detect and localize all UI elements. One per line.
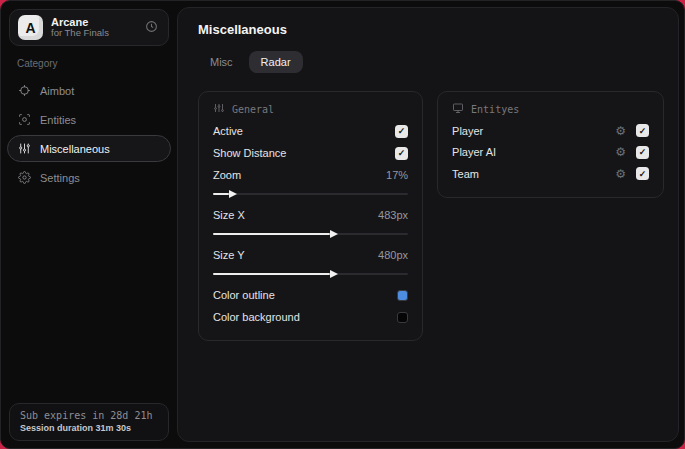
player-checkbox[interactable] bbox=[636, 124, 649, 137]
sidebar-item-entities[interactable]: Entities bbox=[7, 106, 171, 133]
gear-icon bbox=[18, 171, 31, 184]
tab-bar: Misc Radar bbox=[198, 51, 664, 73]
slider-thumb[interactable] bbox=[330, 270, 338, 278]
panel-entities: Entityes Player ⚙ Player AI ⚙ bbox=[437, 91, 664, 198]
app-window: A Arcane for The Finals Category Aimbot bbox=[0, 0, 685, 449]
sidebar-item-miscellaneous[interactable]: Miscellaneous bbox=[7, 135, 171, 162]
crosshair-icon bbox=[18, 84, 31, 97]
sub-expires-text: Sub expires in 28d 21h bbox=[20, 410, 158, 421]
brand-logo: A bbox=[18, 15, 43, 40]
color-row-outline: Color outline bbox=[213, 284, 408, 306]
sliders-icon bbox=[18, 142, 31, 155]
slider-thumb[interactable] bbox=[330, 230, 338, 238]
category-label: Category bbox=[17, 58, 177, 69]
slider-size-y: Size Y 480px bbox=[213, 244, 408, 275]
size-x-value: 483px bbox=[378, 209, 408, 221]
scan-icon bbox=[18, 113, 31, 126]
player-ai-checkbox[interactable] bbox=[636, 146, 649, 159]
entity-row-player-ai: Player AI ⚙ bbox=[452, 142, 649, 164]
size-y-value: 480px bbox=[378, 249, 408, 261]
zoom-value: 17% bbox=[386, 169, 408, 181]
zoom-slider[interactable] bbox=[213, 193, 408, 195]
sliders-small-icon bbox=[213, 102, 225, 116]
toggle-row-show-distance: Show Distance bbox=[213, 142, 408, 164]
active-checkbox[interactable] bbox=[395, 125, 408, 138]
sidebar-item-aimbot[interactable]: Aimbot bbox=[7, 77, 171, 104]
color-row-background: Color background bbox=[213, 306, 408, 328]
page-title: Miscellaneous bbox=[198, 22, 664, 37]
refresh-icon[interactable] bbox=[145, 20, 160, 36]
size-y-slider[interactable] bbox=[213, 273, 408, 275]
entity-settings-gear-icon[interactable]: ⚙ bbox=[615, 125, 626, 137]
sidebar-item-settings[interactable]: Settings bbox=[7, 164, 171, 191]
session-duration-text: Session duration 31m 30s bbox=[20, 423, 158, 433]
entity-settings-gear-icon[interactable]: ⚙ bbox=[615, 168, 626, 180]
color-background-swatch[interactable] bbox=[397, 312, 408, 323]
brand-card: A Arcane for The Finals bbox=[9, 9, 169, 46]
slider-zoom: Zoom 17% bbox=[213, 164, 408, 195]
panel-title: Entityes bbox=[471, 104, 519, 115]
color-outline-swatch[interactable] bbox=[397, 290, 408, 301]
sidebar-item-label: Miscellaneous bbox=[40, 143, 110, 155]
size-x-slider[interactable] bbox=[213, 233, 408, 235]
sidebar-item-label: Entities bbox=[40, 114, 76, 126]
panel-general: General Active Show Distance Zoom 17% bbox=[198, 91, 423, 341]
team-checkbox[interactable] bbox=[636, 167, 649, 180]
tab-radar[interactable]: Radar bbox=[249, 51, 303, 73]
subscription-card: Sub expires in 28d 21h Session duration … bbox=[9, 403, 169, 441]
entity-settings-gear-icon[interactable]: ⚙ bbox=[615, 146, 626, 158]
entity-row-team: Team ⚙ bbox=[452, 163, 649, 185]
sidebar-nav: Aimbot Entities Miscellaneous Settings bbox=[1, 77, 177, 191]
sidebar-item-label: Aimbot bbox=[40, 85, 74, 97]
sidebar-item-label: Settings bbox=[40, 172, 80, 184]
tab-misc[interactable]: Misc bbox=[198, 51, 245, 73]
slider-size-x: Size X 483px bbox=[213, 204, 408, 235]
brand-subtitle: for The Finals bbox=[51, 28, 137, 39]
toggle-row-active: Active bbox=[213, 120, 408, 142]
main-content: Miscellaneous Misc Radar General Active bbox=[177, 7, 679, 442]
entity-row-player: Player ⚙ bbox=[452, 120, 649, 142]
sidebar: A Arcane for The Finals Category Aimbot bbox=[1, 1, 177, 448]
panel-title: General bbox=[232, 104, 274, 115]
monitor-icon bbox=[452, 102, 464, 116]
show-distance-checkbox[interactable] bbox=[395, 147, 408, 160]
slider-thumb[interactable] bbox=[229, 190, 237, 198]
